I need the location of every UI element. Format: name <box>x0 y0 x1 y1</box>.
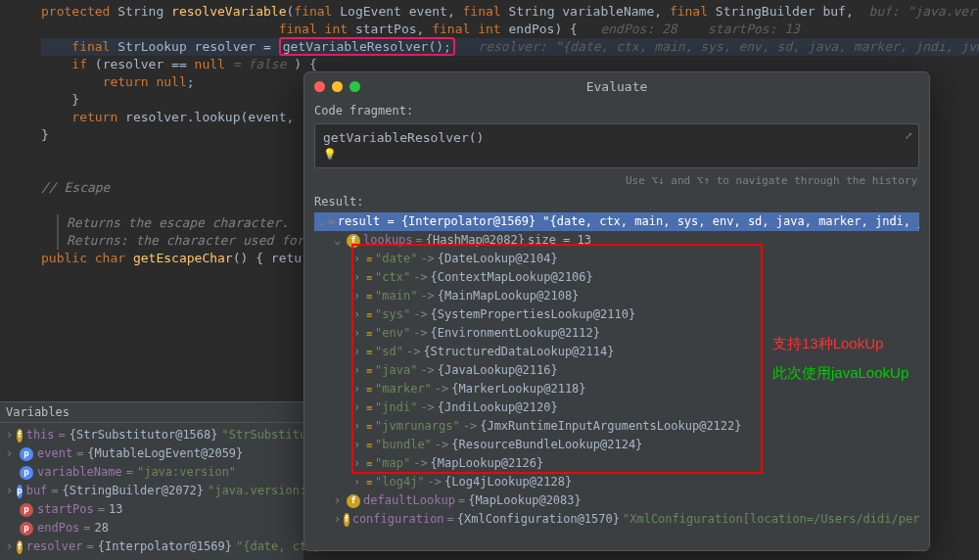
chevron-down-icon[interactable]: ⌄ <box>334 232 344 249</box>
result-root-row[interactable]: ⌄ ∞ result = {Interpolator@1569} "{date,… <box>314 212 919 231</box>
highlighted-expression: getVariableResolver(); <box>279 37 455 56</box>
link-icon: ∞ <box>328 213 335 230</box>
field-icon: f <box>17 540 22 554</box>
lookup-entry-row[interactable]: ›≡ "log4j" -> {Log4jLookup@2128} <box>314 473 919 491</box>
chevron-right-icon[interactable]: › <box>353 474 363 490</box>
chevron-right-icon[interactable]: › <box>353 269 363 286</box>
entry-icon: ≡ <box>366 381 372 397</box>
chevron-right-icon[interactable]: › <box>334 511 341 528</box>
annotation-java-lookup: 此次使用javaLookUp <box>772 364 909 383</box>
entry-icon: ≡ <box>366 399 372 416</box>
chevron-right-icon[interactable]: › <box>353 418 363 435</box>
field-icon: p <box>20 466 33 480</box>
variable-row[interactable]: pstartPos = 13 <box>0 500 303 519</box>
chevron-right-icon[interactable]: › <box>334 492 344 509</box>
code-line: final int startPos, final int endPos) { … <box>41 21 979 38</box>
variable-row[interactable]: ›fthis = {StrSubstitutor@1568} "StrSubst… <box>0 426 303 444</box>
chevron-icon[interactable]: › <box>6 538 13 555</box>
chevron-right-icon[interactable]: › <box>353 362 363 379</box>
variable-row[interactable]: ›pbuf = {StringBuilder@2072} "java.versi… <box>0 482 303 500</box>
chevron-icon[interactable]: › <box>6 427 13 443</box>
variable-row[interactable]: ›fresolver = {Interpolator@1569} "{date,… <box>0 537 303 556</box>
entry-icon: ≡ <box>366 344 372 360</box>
lookup-entry-row[interactable]: ›≡ "map" -> {MapLookup@2126} <box>314 454 919 473</box>
entry-icon: ≡ <box>366 362 372 379</box>
chevron-icon[interactable]: › <box>6 445 16 462</box>
chevron-right-icon[interactable]: › <box>353 399 363 416</box>
lookup-entry-row[interactable]: ›≡ "ctx" -> {ContextMapLookup@2106} <box>314 268 919 287</box>
entry-icon: ≡ <box>366 455 372 472</box>
variable-row[interactable]: pvariableName = "java:version" <box>0 463 303 482</box>
field-icon: p <box>20 522 33 536</box>
field-icon: f <box>347 234 360 248</box>
lookups-row[interactable]: ⌄ f lookups = {HashMap@2082} size = 13 <box>314 231 919 250</box>
code-fragment-label: Code fragment: <box>304 100 929 121</box>
entry-icon: ≡ <box>366 474 372 490</box>
result-label: Result: <box>304 191 929 212</box>
chevron-right-icon[interactable]: › <box>353 288 363 304</box>
code-line: protected String resolveVariable(final L… <box>41 3 979 21</box>
annotation-lookup-count: 支持13种LookUp <box>772 335 883 353</box>
entry-icon: ≡ <box>366 306 372 323</box>
chevron-right-icon[interactable]: › <box>353 437 363 453</box>
variables-header: Variables <box>0 402 303 423</box>
evaluate-dialog[interactable]: Evaluate Code fragment: getVariableResol… <box>303 71 930 551</box>
entry-icon: ≡ <box>366 251 372 267</box>
entry-icon: ≡ <box>366 437 372 453</box>
lookup-entry-row[interactable]: ›≡ "jvmrunargs" -> {JmxRuntimeInputArgum… <box>314 417 919 436</box>
entry-icon: ≡ <box>366 288 372 304</box>
code-fragment-input[interactable]: getVariableResolver() 💡 ⤢ <box>314 123 919 168</box>
expand-icon[interactable]: ⤢ <box>905 130 912 141</box>
dialog-title: Evaluate <box>304 79 929 94</box>
entry-icon: ≡ <box>366 269 372 286</box>
field-icon: f <box>344 513 349 527</box>
lookup-entry-row[interactable]: ›≡ "main" -> {MainMapLookup@2108} <box>314 287 919 305</box>
entry-icon: ≡ <box>366 418 372 435</box>
chevron-down-icon[interactable]: ⌄ <box>318 213 325 230</box>
lookup-entry-row[interactable]: ›≡ "sys" -> {SystemPropertiesLookup@2110… <box>314 305 919 324</box>
chevron-right-icon[interactable]: › <box>353 251 363 267</box>
field-icon: p <box>20 503 33 517</box>
code-line-active: final StrLookup resolver = getVariableRe… <box>41 38 979 56</box>
fragment-code-text: getVariableResolver() <box>323 130 484 145</box>
variables-tree[interactable]: ›fthis = {StrSubstitutor@1568} "StrSubst… <box>0 423 303 559</box>
variable-row[interactable]: ›pevent = {MutableLogEvent@2059} <box>0 444 303 463</box>
chevron-right-icon[interactable]: › <box>353 325 363 342</box>
lookup-entry-row[interactable]: ›≡ "jndi" -> {JndiLookup@2120} <box>314 398 919 417</box>
chevron-right-icon[interactable]: › <box>353 455 363 472</box>
dialog-titlebar[interactable]: Evaluate <box>304 72 929 100</box>
entry-icon: ≡ <box>366 325 372 342</box>
default-lookup-row[interactable]: › f defaultLookup = {MapLookup@2083} <box>314 491 919 510</box>
chevron-right-icon[interactable]: › <box>353 381 363 397</box>
chevron-right-icon[interactable]: › <box>353 344 363 360</box>
chevron-icon[interactable]: › <box>6 483 13 499</box>
field-icon: p <box>20 447 33 461</box>
field-icon: p <box>17 485 22 498</box>
variables-panel[interactable]: Variables ›fthis = {StrSubstitutor@1568}… <box>0 401 303 560</box>
field-icon: f <box>17 429 22 443</box>
lookup-entry-row[interactable]: ›≡ "date" -> {DateLookup@2104} <box>314 250 919 268</box>
navigation-hint: Use ⌥↓ and ⌥↑ to navigate through the hi… <box>304 170 929 191</box>
variable-row[interactable]: pendPos = 28 <box>0 519 303 537</box>
chevron-right-icon[interactable]: › <box>353 306 363 323</box>
configuration-row[interactable]: › f configuration = {XmlConfiguration@15… <box>314 510 919 529</box>
lookup-entry-row[interactable]: ›≡ "bundle" -> {ResourceBundleLookup@212… <box>314 436 919 454</box>
bulb-icon[interactable]: 💡 <box>323 148 337 161</box>
field-icon: f <box>347 494 360 508</box>
